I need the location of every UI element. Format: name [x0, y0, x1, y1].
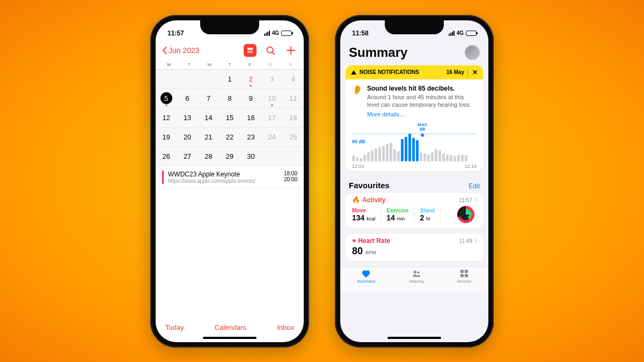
signal-icon — [264, 31, 270, 36]
calendar-day[interactable] — [177, 70, 197, 89]
calendar-day[interactable]: 15 — [219, 108, 240, 128]
grid-icon — [459, 269, 469, 278]
tab-browse[interactable]: Browse — [457, 269, 472, 284]
battery-icon: 77 — [466, 31, 477, 36]
calendar-day[interactable]: 27 — [177, 147, 197, 166]
day-of-week-header: MTWTFSS — [156, 61, 304, 70]
iphone-calendar: 11:57 4G 78 Jun 2023 — [150, 15, 309, 348]
calendar-day[interactable]: 9 — [240, 89, 261, 108]
calendar-day[interactable]: 24 — [261, 128, 282, 147]
x-end: 12:19 — [464, 164, 477, 169]
calendar-day[interactable]: 29 — [219, 147, 240, 166]
signal-icon — [449, 31, 455, 36]
calendar-day[interactable]: 10 — [261, 89, 282, 108]
heart-rate-card[interactable]: ♥ Heart Rate 11:49 80 BPM — [346, 234, 483, 261]
calendar-day[interactable] — [198, 70, 219, 89]
iphone-health: 11:58 4G 77 Summary NOISE NOTIFICATIONS … — [335, 15, 494, 348]
view-mode-list-button[interactable] — [244, 44, 257, 57]
calendar-day[interactable]: 13 — [177, 108, 197, 128]
today-button[interactable]: Today — [165, 323, 184, 331]
calendar-day[interactable]: 6 — [177, 89, 197, 108]
add-event-button[interactable] — [284, 44, 297, 57]
status-time: 11:58 — [352, 29, 369, 37]
network-label: 4G — [457, 30, 464, 36]
home-indicator[interactable] — [203, 337, 257, 339]
chevron-left-icon — [162, 47, 167, 54]
max-label: MAX 98 — [415, 123, 429, 132]
back-month-button[interactable]: Jun 2023 — [162, 46, 200, 55]
search-button[interactable] — [264, 44, 277, 57]
search-icon — [266, 46, 275, 55]
noise-card[interactable]: NOISE NOTIFICATIONS 16 May ✕ 👂 Sound lev… — [346, 65, 483, 172]
event-title: WWDC23 Apple Keynote — [168, 171, 280, 178]
activity-card[interactable]: 🔥 Activity 11:57 Move 134 kcal Exercise … — [346, 193, 483, 228]
stand-value: 2 hr — [420, 213, 435, 222]
svg-rect-12 — [465, 274, 468, 277]
home-indicator[interactable] — [387, 337, 441, 339]
calendar-day[interactable]: 30 — [240, 147, 261, 166]
notch — [200, 20, 259, 34]
ear-icon: 👂 — [352, 85, 363, 118]
heart-rate-value: 80 BPM — [346, 246, 483, 261]
calendar-day[interactable]: 20 — [177, 128, 197, 147]
tab-sharing[interactable]: Sharing — [409, 269, 424, 284]
svg-point-8 — [417, 271, 419, 274]
close-banner-button[interactable]: ✕ — [467, 69, 478, 76]
svg-line-4 — [273, 52, 275, 54]
calendar-day[interactable]: 4 — [283, 70, 304, 89]
more-details-link[interactable]: More details… — [367, 111, 477, 117]
exercise-label: Exercise — [386, 208, 408, 213]
noise-banner-label: NOISE NOTIFICATIONS — [360, 69, 419, 75]
calendar-day[interactable] — [261, 147, 282, 166]
calendar-day[interactable] — [283, 147, 304, 166]
heart-icon — [361, 269, 371, 278]
calendar-day[interactable]: 7 — [198, 89, 219, 108]
plus-icon — [286, 46, 296, 55]
x-start: 12:04 — [352, 164, 364, 169]
battery-icon: 78 — [281, 31, 292, 36]
favourites-title: Favourites — [349, 181, 390, 190]
calendar-day[interactable]: 28 — [198, 147, 219, 166]
calendar-nav: Jun 2023 — [156, 42, 304, 61]
svg-rect-9 — [460, 270, 464, 273]
network-label: 4G — [272, 30, 279, 36]
calendar-grid: 1234567891011121314151617181920212223242… — [156, 70, 304, 166]
status-time: 11:57 — [167, 29, 184, 37]
calendar-day[interactable]: 3 — [261, 70, 282, 89]
calendar-day[interactable]: 8 — [219, 89, 240, 108]
calendar-day[interactable]: 25 — [283, 128, 304, 147]
calendar-day[interactable]: 23 — [240, 128, 261, 147]
profile-avatar[interactable] — [465, 45, 480, 60]
move-value: 134 kcal — [352, 213, 375, 222]
calendar-day[interactable]: 18 — [283, 108, 304, 128]
calendars-button[interactable]: Calendars — [215, 323, 246, 331]
calendar-day[interactable]: 5 — [156, 89, 177, 108]
chevron-right-icon — [473, 198, 477, 202]
calendar-day[interactable]: 1 — [219, 70, 240, 89]
calendar-day[interactable]: 22 — [219, 128, 240, 147]
back-month-label: Jun 2023 — [169, 46, 200, 55]
calendar-day[interactable] — [156, 70, 177, 89]
stand-label: Stand — [420, 208, 435, 213]
move-label: Move — [352, 208, 375, 213]
inbox-button[interactable]: Inbox — [277, 323, 294, 331]
svg-point-7 — [413, 271, 416, 274]
calendar-day[interactable]: 21 — [198, 128, 219, 147]
calendar-day[interactable]: 17 — [261, 108, 282, 128]
calendar-day[interactable]: 11 — [283, 89, 304, 108]
heart-icon: ♥ — [352, 237, 356, 245]
chevron-right-icon — [473, 239, 477, 243]
event-item[interactable]: WWDC23 Apple Keynote https://www.apple.c… — [156, 166, 304, 189]
calendar-day[interactable]: 16 — [240, 108, 261, 128]
edit-favourites-button[interactable]: Edit — [469, 182, 480, 190]
tab-summary[interactable]: Summary — [357, 269, 375, 284]
warning-icon — [351, 70, 356, 75]
calendar-day[interactable]: 26 — [156, 147, 177, 166]
calendar-day[interactable]: 2 — [240, 70, 261, 89]
event-end-time: 20:00 — [284, 176, 297, 182]
activity-label: 🔥 Activity — [352, 196, 385, 204]
calendar-day[interactable]: 14 — [198, 108, 219, 128]
calendar-day[interactable]: 19 — [156, 128, 177, 147]
noise-banner: NOISE NOTIFICATIONS 16 May ✕ — [346, 65, 483, 79]
calendar-day[interactable]: 12 — [156, 108, 177, 128]
